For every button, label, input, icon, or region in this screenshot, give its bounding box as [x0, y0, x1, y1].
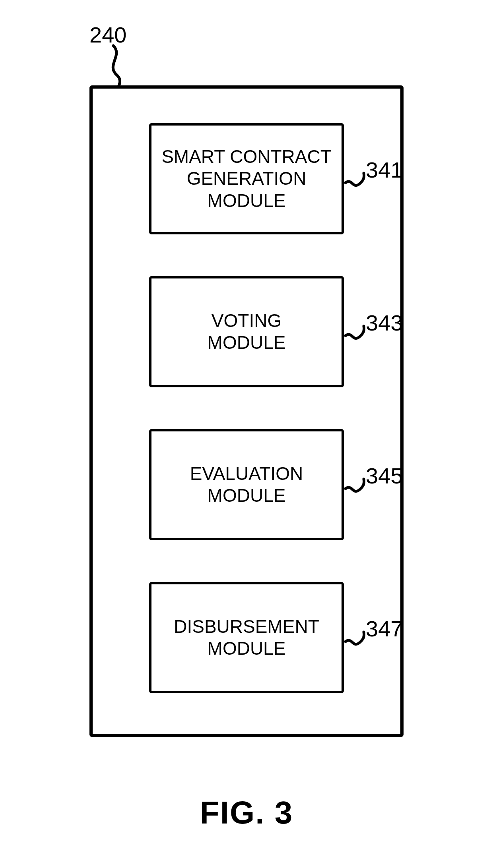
module-text: SMART CONTRACT GENERATION MODULE: [161, 146, 332, 212]
ref-label-341: 341: [366, 157, 403, 183]
figure-caption: FIG. 3: [0, 795, 493, 831]
ref-callout-345: [344, 473, 366, 505]
voting-module: VOTING MODULE: [149, 276, 344, 387]
smart-contract-generation-module: SMART CONTRACT GENERATION MODULE: [149, 123, 344, 234]
module-text: EVALUATION MODULE: [190, 463, 303, 506]
ref-label-347: 347: [366, 616, 403, 642]
evaluation-module: EVALUATION MODULE: [149, 429, 344, 540]
patent-figure-page: 240 SMART CONTRACT GENERATION MODULE 341…: [0, 0, 493, 868]
ref-callout-347: [344, 626, 366, 657]
ref-callout-341: [344, 167, 366, 199]
module-text: VOTING MODULE: [208, 310, 286, 354]
ref-label-345: 345: [366, 463, 403, 489]
outer-ref-callout: [101, 44, 133, 91]
disbursement-module: DISBURSEMENT MODULE: [149, 582, 344, 693]
ref-callout-343: [344, 320, 366, 352]
ref-label-343: 343: [366, 310, 403, 336]
module-text: DISBURSEMENT MODULE: [174, 616, 319, 659]
